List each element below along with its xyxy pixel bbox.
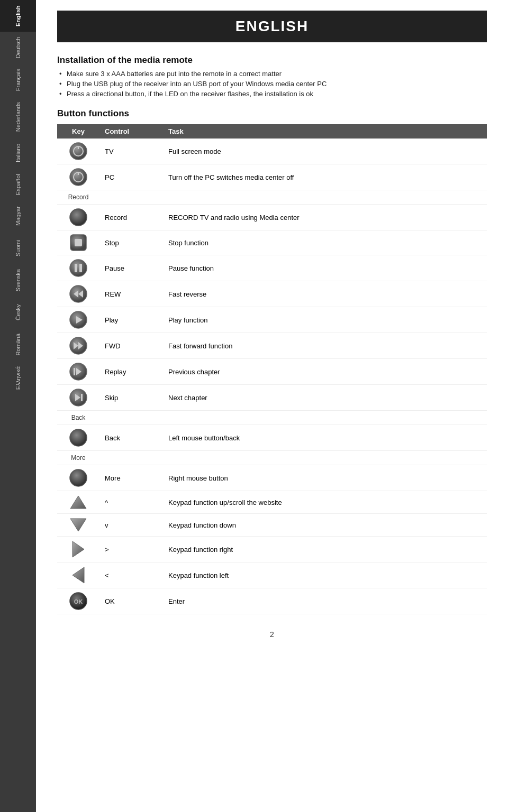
svg-rect-10 [75,264,77,272]
svg-rect-11 [79,264,82,272]
svg-point-26 [70,429,87,446]
key-cell: More [57,451,99,465]
task-cell: Keypad function right [163,537,487,562]
control-cell [99,190,163,205]
task-cell: Right mouse button [163,465,487,491]
task-cell: Keypad function left [163,562,487,588]
button-functions-heading: Button functions [57,108,487,119]
control-cell: Record [99,205,163,230]
sidebar-item-magyar[interactable]: Magyar [0,200,36,232]
table-row-label: Record [57,190,487,205]
svg-marker-31 [72,567,84,583]
sidebar-item-suomi[interactable]: Suomi [0,232,36,264]
ok-icon: OK [69,592,88,611]
control-cell: v [99,514,163,537]
table-row: PC Turn off the PC switches media center… [57,164,487,190]
task-cell: Previous chapter [163,359,487,385]
svg-point-27 [70,469,87,486]
table-row: Play Play function [57,307,487,333]
control-cell: ^ [99,491,163,514]
sidebar-item-cesky[interactable]: Česky [0,297,36,328]
pc-power-icon [69,168,88,187]
control-cell: Play [99,307,163,333]
svg-marker-28 [70,496,86,509]
task-cell: Enter [163,588,487,614]
key-cell [57,164,99,190]
sidebar-item-english[interactable]: English [0,0,36,32]
table-row-label: Back [57,411,487,425]
bullet-3: Press a directional button, if the LED o… [59,90,487,98]
sidebar-item-svenska[interactable]: Svenska [0,264,36,297]
control-cell: Skip [99,385,163,411]
more-icon [69,468,88,487]
sidebar-item-italiano[interactable]: Italiano [0,137,36,169]
up-arrow-icon [69,494,88,510]
sidebar-item-nederlands[interactable]: Nederlands [0,97,36,137]
bullet-2: Plug the USB plug of the receiver into a… [59,80,487,88]
sidebar-item-romana[interactable]: Română [0,328,36,361]
svg-marker-29 [70,519,86,531]
control-cell: TV [99,139,163,164]
svg-rect-25 [81,394,83,401]
table-row: REW Fast reverse [57,281,487,307]
table-row-label: More [57,451,487,465]
col-header-key: Key [57,124,99,139]
key-cell [57,537,99,562]
svg-point-0 [70,143,87,160]
installation-bullets: Make sure 3 x AAA batteries are put into… [57,70,487,98]
back-icon [69,428,88,447]
key-cell [57,205,99,230]
task-cell: Keypad function up/scroll the website [163,491,487,514]
sidebar-item-francais[interactable]: Français [0,63,36,96]
svg-rect-21 [74,368,75,375]
page-number: 2 [57,630,487,639]
control-cell: > [99,537,163,562]
rew-icon [69,284,88,303]
functions-table: Key Control Task [57,124,487,614]
down-arrow-icon [69,517,88,533]
right-arrow-icon [71,540,86,559]
task-cell: Stop function [163,230,487,255]
table-row: < Keypad function left [57,562,487,588]
col-header-task: Task [163,124,487,139]
sidebar: English Deutsch Français Nederlands Ital… [0,0,36,812]
stop-icon [69,234,87,252]
key-cell [57,465,99,491]
pause-icon [69,259,88,278]
table-row: > Keypad function right [57,537,487,562]
control-cell: FWD [99,333,163,359]
tv-power-icon [69,142,88,161]
sidebar-item-espanol[interactable]: Español [0,169,36,200]
key-cell [57,491,99,514]
task-cell: Pause function [163,255,487,281]
table-row: TV Full screen mode [57,139,487,164]
left-arrow-icon [71,566,86,585]
replay-icon [69,362,88,381]
key-cell [57,333,99,359]
control-cell: Replay [99,359,163,385]
table-row: Back Left mouse button/back [57,425,487,451]
control-cell: < [99,562,163,588]
task-cell: Full screen mode [163,139,487,164]
table-row: More Right mouse button [57,465,487,491]
key-cell [57,514,99,537]
main-content: ENGLISH Installation of the media remote… [36,0,508,812]
page-title: ENGLISH [57,11,487,42]
task-cell [163,190,487,205]
task-cell: Turn off the PC switches media center of… [163,164,487,190]
sidebar-item-deutsch[interactable]: Deutsch [0,32,36,63]
installation-heading: Installation of the media remote [57,55,487,66]
control-cell: OK [99,588,163,614]
task-cell: Fast forward function [163,333,487,359]
key-cell: Record [57,190,99,205]
key-cell: OK [57,588,99,614]
control-cell: Stop [99,230,163,255]
key-cell [57,281,99,307]
table-row: Record RECORD TV and radio using Media c… [57,205,487,230]
sidebar-item-ellinika[interactable]: Ελληνικά [0,361,36,395]
record-icon [69,208,88,227]
play-icon [69,310,88,329]
key-cell [57,139,99,164]
key-cell [57,425,99,451]
task-cell [163,411,487,425]
